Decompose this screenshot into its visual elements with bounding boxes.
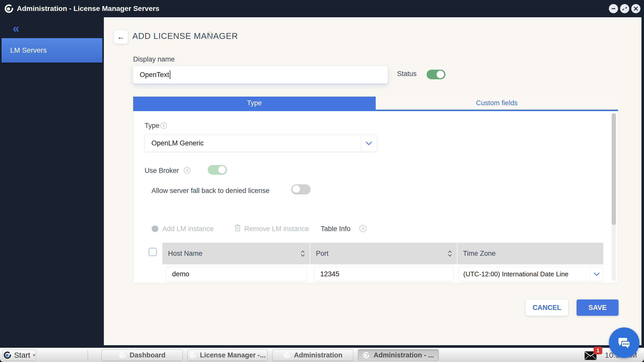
maximize-button[interactable] [620,4,629,13]
column-header-time-zone: Time Zone [457,243,603,264]
tab-custom-fields[interactable]: Custom fields [376,97,618,110]
start-label: Start [14,351,30,359]
display-name-value: OpenText [140,71,169,79]
host-name-input[interactable]: demo [166,267,307,281]
maximize-icon [622,6,627,11]
sidebar-item-label: LM Servers [10,46,47,54]
scrollbar-thumb[interactable] [612,113,616,225]
text-cursor [170,70,170,79]
type-label: Type [145,122,160,130]
use-broker-label: Use Broker [145,167,179,175]
taskbar-item-dashboard[interactable]: Dashboard [102,349,183,361]
page-title-info-icon[interactable]: i [206,32,213,39]
start-caret-icon: ▾ [33,352,35,358]
close-button[interactable] [631,4,640,13]
chevron-down-icon[interactable] [361,141,377,145]
use-broker-toggle[interactable] [208,165,227,175]
cancel-button[interactable]: CANCEL [526,299,568,316]
minimize-button[interactable] [609,4,618,13]
close-icon [634,6,638,11]
table-info-icon[interactable]: i [359,225,367,232]
sort-icon[interactable] [447,250,452,258]
chat-bubbles-icon [615,334,633,351]
remove-lm-instance-button[interactable]: Remove LM instance [244,225,309,233]
openlm-logo-icon [4,4,14,13]
taskbar-item-administration-active[interactable]: Administration - ... [358,349,439,361]
fallback-label: Allow server fall back to denied license [151,187,270,195]
taskbar: Start ▾ Dashboard License Manager -... A… [0,348,644,362]
app-logo-icon [283,352,290,359]
back-button[interactable]: ← [114,30,128,44]
select-all-checkbox[interactable] [149,248,157,256]
tab-content: Type i OpenLM Generic Use Broker i Allow… [133,111,618,283]
main-panel: ← ADD LICENSE MANAGER i Display name Ope… [104,17,641,345]
save-button[interactable]: SAVE [577,299,619,316]
use-broker-info-icon[interactable]: i [184,167,190,174]
chevron-down-icon[interactable] [591,272,603,276]
app-logo-icon [363,352,370,359]
toggle-knob [218,166,226,174]
toggle-knob [292,185,300,193]
status-label: Status [397,70,417,78]
mail-badge: 1 [594,347,602,354]
time-zone-select[interactable]: (UTC-12:00) International Date Line [458,267,603,281]
type-dropdown-value: OpenLM Generic [145,139,361,147]
page-title: ADD LICENSE MANAGER [132,31,238,41]
display-name-label: Display name [133,55,175,63]
minimize-icon [611,6,616,11]
table-info-label: Table Info [321,225,351,233]
window-title: Administration - License Manager Servers [17,5,159,13]
column-header-host-name[interactable]: Host Name [162,243,310,264]
taskbar-item-administration[interactable]: Administration [272,349,353,361]
app-logo-icon [119,352,126,359]
back-arrow-icon: ← [117,33,125,41]
fallback-toggle[interactable] [291,184,311,194]
tab-strip: Type Custom fields [133,97,618,111]
type-info-icon[interactable]: i [160,122,167,129]
sidebar-collapse-icon[interactable]: « [13,22,19,34]
trash-icon [234,224,241,232]
start-logo-icon [3,351,11,359]
app-window: Administration - License Manager Servers… [0,0,644,348]
column-header-port[interactable]: Port [310,243,457,264]
chat-fab-button[interactable] [609,327,639,358]
titlebar: Administration - License Manager Servers [0,0,644,17]
port-input[interactable]: 12345 [314,267,454,281]
type-dropdown[interactable]: OpenLM Generic [145,134,377,152]
sidebar-item-lm-servers[interactable]: LM Servers [1,38,103,63]
app-logo-icon [189,352,196,359]
status-toggle[interactable] [427,70,445,79]
display-name-input[interactable]: OpenText [133,66,388,83]
taskbar-item-license-manager[interactable]: License Manager -... [187,349,268,361]
tab-type[interactable]: Type [133,97,376,110]
toggle-knob [437,71,444,78]
start-button[interactable]: Start ▾ [3,350,36,361]
add-lm-instance-button[interactable]: Add LM instance [162,225,214,233]
sort-icon[interactable] [300,250,305,258]
scrollbar-track[interactable] [612,113,616,281]
add-instance-icon [152,225,158,232]
taskbar-divider [88,351,88,360]
table-header: Host Name Port Time Zone [162,243,603,264]
